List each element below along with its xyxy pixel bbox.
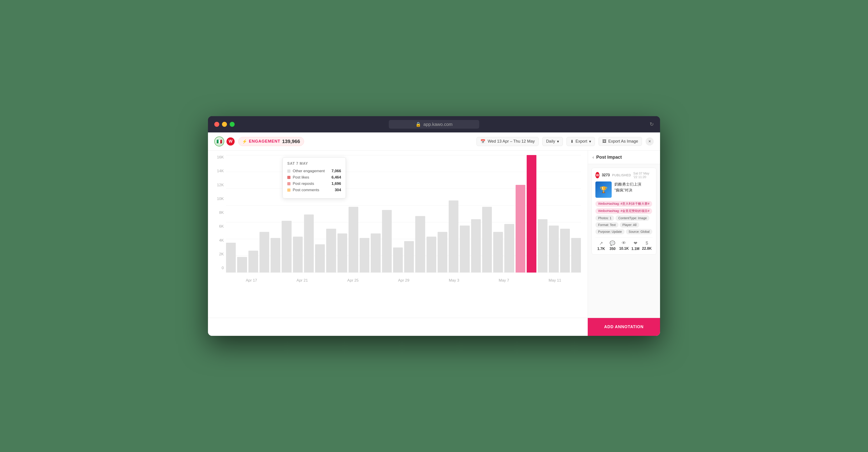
bar-group[interactable] [438, 155, 447, 272]
reload-button[interactable]: ↻ [650, 121, 654, 127]
bar-group[interactable] [382, 155, 392, 272]
chart-bar[interactable] [293, 237, 303, 272]
chart-bar[interactable] [393, 248, 403, 272]
stat-views: 👁 10.1K [618, 240, 630, 251]
bar-group[interactable] [237, 155, 247, 272]
bar-group[interactable] [560, 155, 570, 272]
tooltip-color-reposts [287, 182, 290, 185]
chart-bar[interactable] [404, 241, 414, 272]
tooltip-label-likes: Post likes [293, 175, 329, 180]
tag-format: Format: Text [595, 222, 618, 228]
minimize-traffic-light[interactable] [222, 122, 227, 127]
bar-group[interactable] [271, 155, 280, 272]
back-arrow-button[interactable]: ‹ [592, 155, 594, 160]
chart-wrapper: 0 2K 4K 6K 8K 10K 12K 14K 16K [213, 155, 583, 286]
post-text-line2: "癫疯"对决 [614, 187, 641, 193]
date-range-button[interactable]: 📅 Wed 13 Apr – Thu 12 May [476, 137, 538, 146]
chart-bar[interactable] [271, 238, 280, 272]
bar-group[interactable] [471, 155, 481, 272]
chart-bar[interactable] [493, 232, 503, 272]
tag-photos: Photos: 1 [595, 215, 614, 221]
tooltip-color-comments [287, 189, 290, 192]
chart-bar[interactable] [304, 215, 314, 272]
export-image-button[interactable]: 🖼 Export As Image [598, 137, 642, 146]
chart-bar[interactable] [560, 229, 570, 272]
chart-bar[interactable] [259, 232, 269, 272]
close-panel-button[interactable]: × [646, 137, 654, 146]
view-icon: 👁 [622, 240, 626, 246]
bar-group[interactable] [504, 155, 514, 272]
chart-bar[interactable] [482, 207, 492, 272]
post-weibo-icon: W [595, 172, 599, 178]
bar-group[interactable] [226, 155, 236, 272]
chart-bar[interactable] [549, 226, 559, 272]
bar-group[interactable] [360, 155, 369, 272]
post-card: W 3273 PUBLISHED Sat 07 May '22 11:20 🏆 … [592, 168, 656, 255]
chart-bar[interactable] [460, 226, 469, 272]
bar-group[interactable] [527, 155, 536, 272]
chart-bar[interactable] [282, 221, 291, 272]
bar-group[interactable] [248, 155, 258, 272]
y-label-8k: 8K [213, 211, 224, 215]
right-panel-header: ‹ Post Impact [588, 151, 660, 164]
maximize-traffic-light[interactable] [230, 122, 235, 127]
bar-group[interactable] [393, 155, 403, 272]
close-traffic-light[interactable] [214, 122, 219, 127]
chart-bar[interactable] [538, 219, 548, 272]
chart-bar[interactable] [382, 210, 392, 272]
bar-group[interactable] [404, 155, 414, 272]
chevron-down-icon: ▾ [557, 139, 559, 144]
bar-group[interactable] [348, 155, 358, 272]
chart-bar[interactable] [371, 233, 380, 272]
bar-group[interactable] [371, 155, 380, 272]
topbar-right: 📅 Wed 13 Apr – Thu 12 May Daily ▾ ⬇ Expo… [476, 137, 654, 146]
chart-bar[interactable] [415, 216, 425, 272]
revenue-icon: $ [646, 240, 648, 246]
export-button[interactable]: ⬇ Export ▾ [566, 137, 595, 146]
chart-bar[interactable] [360, 238, 369, 272]
y-label-12k: 12K [213, 183, 224, 187]
chart-bar[interactable] [504, 224, 514, 272]
chart-bar[interactable] [315, 244, 325, 272]
chart-bar[interactable] [338, 233, 347, 272]
url-bar[interactable]: 🔒 app.kawo.com [389, 120, 479, 129]
tag-weibo-hashtag-1: WeiboHashtag: #意大利浓干酪大赛# [595, 201, 652, 207]
post-body: 🏆 奶酪勇士们上演 "癫疯"对决 [595, 182, 653, 198]
stat-likes: ❤ 1.1M [630, 240, 641, 251]
chart-bar[interactable] [237, 257, 247, 272]
chart-bars [226, 155, 581, 272]
bar-group[interactable] [449, 155, 458, 272]
chart-bar[interactable] [226, 243, 236, 272]
chart-bar[interactable] [438, 232, 447, 272]
bar-group[interactable] [427, 155, 436, 272]
x-label-apr17: Apr 17 [246, 278, 257, 283]
chart-bar[interactable] [571, 238, 581, 272]
app-window: 🔒 app.kawo.com ↻ 🇮🇹 W ⚡ ENGAGEMENT 139,9… [208, 116, 660, 336]
chart-bar[interactable] [516, 185, 525, 272]
tag-source: Source: Global [626, 229, 652, 234]
chart-bar[interactable] [471, 219, 481, 272]
chart-bar[interactable] [449, 200, 458, 272]
frequency-button[interactable]: Daily ▾ [542, 137, 563, 146]
chart-bar[interactable] [527, 155, 536, 272]
chart-bottom-space [208, 318, 588, 336]
bar-group[interactable] [415, 155, 425, 272]
chart-bar[interactable] [427, 237, 436, 272]
chart-bar[interactable] [348, 207, 358, 272]
bar-group[interactable] [549, 155, 559, 272]
chart-bar[interactable] [248, 251, 258, 272]
bar-group[interactable] [571, 155, 581, 272]
add-annotation-button[interactable]: ADD ANNOTATION [588, 318, 660, 336]
chart-bar[interactable] [326, 229, 336, 272]
bar-group[interactable] [460, 155, 469, 272]
post-text: 奶酪勇士们上演 "癫疯"对决 [614, 182, 641, 198]
stat-comments: 💬 350 [607, 240, 618, 251]
bar-group[interactable] [259, 155, 269, 272]
bar-group[interactable] [493, 155, 503, 272]
bar-group[interactable] [482, 155, 492, 272]
like-icon: ❤ [633, 240, 638, 246]
right-panel: ‹ Post Impact W 3273 PUBLISHED Sat 07 Ma… [588, 151, 660, 318]
image-export-icon: 🖼 [602, 139, 607, 144]
bar-group[interactable] [516, 155, 525, 272]
bar-group[interactable] [538, 155, 548, 272]
